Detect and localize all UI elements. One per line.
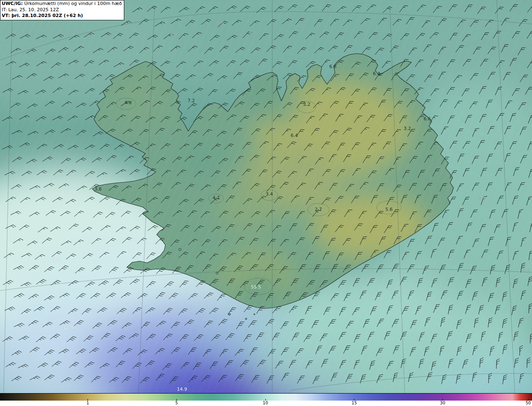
colorbar-tick-label: 50 bbox=[526, 401, 531, 405]
colorbar-gradient bbox=[0, 393, 532, 401]
colorbar-tick-label: 10 bbox=[263, 401, 268, 405]
init-time: IT: Lau. 25. 10. 2025 12Z bbox=[2, 7, 122, 13]
colorbar-tick bbox=[176, 399, 177, 401]
colorbar-tick bbox=[265, 399, 266, 401]
product-desc: Úrkomumætti (mm) og vindur i 100m hæð bbox=[23, 1, 122, 6]
weather-map: 6.95.96.86.77.36.98.46.66.44.07.23.26.63… bbox=[0, 0, 532, 406]
colorbar-tick-label: 15 bbox=[352, 401, 357, 405]
colorbar-tick-label: 5 bbox=[175, 401, 178, 405]
colorbar-tick-label: 30 bbox=[440, 401, 446, 405]
product-title: UWC/IG: Úrkomumætti (mm) og vindur i 100… bbox=[2, 1, 122, 7]
valid-time: VT: þri. 28.10.2025 02Z (+62 h) bbox=[2, 13, 122, 19]
map-title-box: UWC/IG: Úrkomumætti (mm) og vindur i 100… bbox=[0, 0, 124, 20]
valid-time-offset: (+62 h) bbox=[62, 13, 83, 18]
product-id: UWC/IG: bbox=[2, 1, 23, 6]
wind-barbs-layer bbox=[0, 0, 532, 406]
colorbar: 1510153050 bbox=[0, 393, 532, 406]
colorbar-tick bbox=[442, 399, 443, 401]
colorbar-tick-label: 1 bbox=[86, 401, 89, 405]
valid-time-value: VT: þri. 28.10.2025 02Z bbox=[2, 13, 62, 18]
colorbar-tick bbox=[354, 399, 355, 401]
colorbar-tick-row: 1510153050 bbox=[0, 401, 532, 406]
colorbar-tick bbox=[528, 399, 529, 401]
colorbar-tick bbox=[88, 399, 88, 401]
